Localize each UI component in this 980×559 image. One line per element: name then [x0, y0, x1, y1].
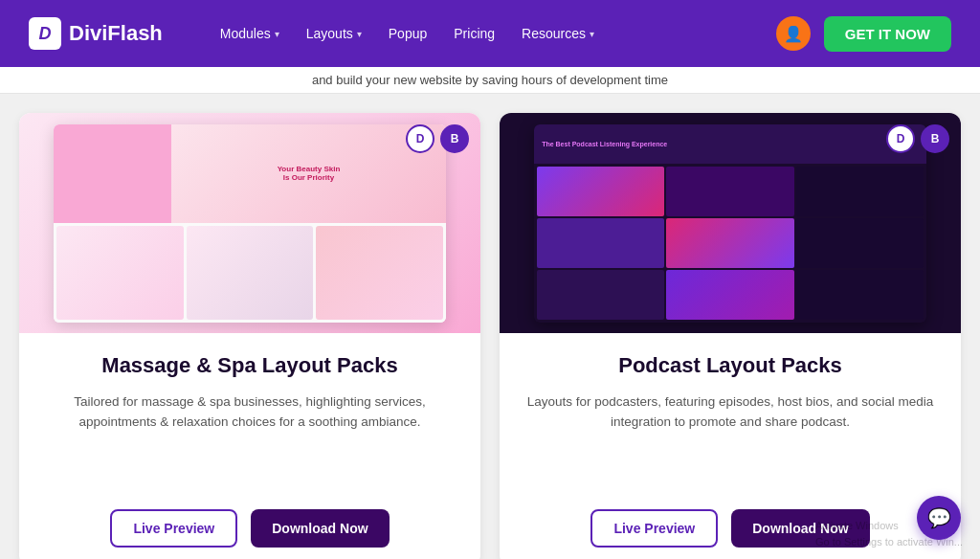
spa-download-button[interactable]: Download Now — [251, 509, 389, 548]
main-content: Your Beauty SkinIs Our Priority D B Mass… — [0, 94, 980, 559]
podcast-live-preview-button[interactable]: Live Preview — [590, 509, 718, 548]
header-right: 👤 GET IT NOW — [776, 16, 951, 52]
spa-card-title: Massage & Spa Layout Packs — [46, 352, 454, 380]
chevron-down-icon: ▾ — [590, 29, 594, 39]
spa-card-image: Your Beauty SkinIs Our Priority D B — [19, 113, 480, 333]
user-avatar[interactable]: 👤 — [776, 16, 811, 51]
logo-icon: D — [29, 17, 61, 50]
spa-live-preview-button[interactable]: Live Preview — [110, 509, 237, 548]
divi-badge: D — [406, 124, 434, 153]
spa-card-body: Massage & Spa Layout Packs Tailored for … — [19, 333, 480, 559]
podcast-card: The Best Podcast Listening Experience — [500, 113, 961, 559]
podcast-card-image: The Best Podcast Listening Experience — [500, 113, 961, 333]
spa-card-description: Tailored for massage & spa businesses, h… — [46, 391, 454, 490]
get-it-now-button[interactable]: GET IT NOW — [824, 16, 951, 52]
header: D DiviFlash Modules ▾ Layouts ▾ Popup Pr… — [0, 0, 980, 67]
chevron-down-icon: ▾ — [357, 29, 362, 39]
nav-layouts[interactable]: Layouts ▾ — [306, 26, 362, 41]
nav-pricing[interactable]: Pricing — [454, 26, 495, 41]
builder-badge: B — [440, 124, 469, 153]
chevron-down-icon: ▾ — [275, 29, 279, 39]
chat-bubble-button[interactable]: 💬 — [917, 496, 961, 540]
nav-modules[interactable]: Modules ▾ — [220, 26, 279, 41]
user-icon: 👤 — [784, 25, 803, 43]
podcast-card-description: Layouts for podcasters, featuring episod… — [526, 391, 934, 490]
spa-card: Your Beauty SkinIs Our Priority D B Mass… — [19, 113, 480, 559]
divi-badge-podcast: D — [886, 124, 915, 153]
chat-icon: 💬 — [927, 506, 951, 529]
logo-text: DiviFlash — [69, 21, 163, 46]
main-nav: Modules ▾ Layouts ▾ Popup Pricing Resour… — [220, 26, 776, 41]
podcast-card-title: Podcast Layout Packs — [526, 352, 934, 380]
logo[interactable]: D DiviFlash — [29, 17, 163, 50]
podcast-card-badges: D B — [886, 124, 949, 153]
spa-card-actions: Live Preview Download Now — [46, 509, 454, 548]
spa-card-badges: D B — [406, 124, 469, 153]
builder-badge-podcast: B — [921, 124, 949, 153]
top-text-bar: and build your new website by saving hou… — [0, 67, 980, 94]
nav-popup[interactable]: Popup — [389, 26, 427, 41]
nav-resources[interactable]: Resources ▾ — [522, 26, 594, 41]
